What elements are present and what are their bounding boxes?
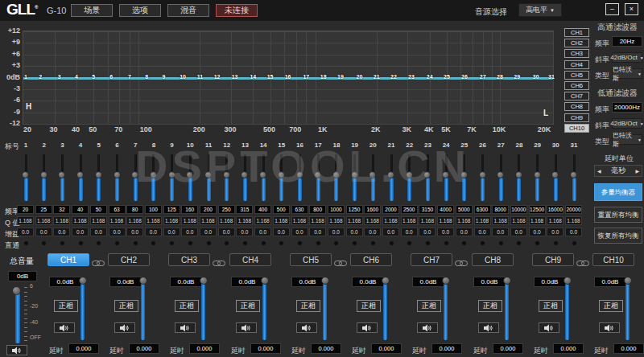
eq-point[interactable]: 26 <box>459 74 470 80</box>
channel-tab-ch4[interactable]: CH4 <box>229 253 271 266</box>
eq-point[interactable]: 3 <box>54 74 65 80</box>
band-slider-knob[interactable] <box>570 171 577 178</box>
eq-point[interactable]: 23 <box>406 74 417 80</box>
band-q-value[interactable]: 1.168 <box>346 216 363 225</box>
band-slider-knob[interactable] <box>114 171 121 178</box>
band-gain-value[interactable]: 0.0 <box>145 228 162 236</box>
band-gain-value[interactable]: 0.0 <box>254 228 271 236</box>
band-bypass-toggle[interactable] <box>279 240 284 246</box>
channel-gain-value[interactable]: 0.0dB <box>49 277 81 287</box>
band-bypass-toggle[interactable] <box>114 240 120 246</box>
band-bypass-toggle[interactable] <box>425 240 431 246</box>
channel-phase-button[interactable]: 正相 <box>478 300 502 312</box>
channel-column-button-ch6[interactable]: CH6 <box>564 81 589 90</box>
eq-point[interactable]: 15 <box>265 74 276 80</box>
band-slider-knob[interactable] <box>423 171 431 178</box>
band-bypass-toggle[interactable] <box>188 240 193 246</box>
band-q-value[interactable]: 1.168 <box>254 216 271 225</box>
band-slider-knob[interactable] <box>515 171 522 178</box>
band-slider-knob[interactable] <box>204 171 212 178</box>
eq-point[interactable]: 21 <box>371 74 382 80</box>
eq-point[interactable]: 19 <box>335 74 346 80</box>
eq-point[interactable]: 13 <box>229 74 241 80</box>
band-gain-value[interactable]: 0.0 <box>437 228 454 236</box>
band-bypass-toggle[interactable] <box>60 240 65 246</box>
hpf-type-dropdown[interactable]: 巴特沃斯 ▼ <box>612 68 642 79</box>
channel-delay-value[interactable]: 0.000 <box>68 343 99 354</box>
band-bypass-toggle[interactable] <box>461 240 467 246</box>
band-q-value[interactable]: 1.168 <box>291 216 308 225</box>
eq-point[interactable]: 17 <box>300 74 312 80</box>
band-bypass-toggle[interactable] <box>535 240 540 246</box>
channel-link-toggle[interactable] <box>576 256 591 264</box>
band-bypass-toggle[interactable] <box>297 240 303 246</box>
band-slider-knob[interactable] <box>168 171 175 178</box>
band-freq-value[interactable]: 25 <box>35 205 52 214</box>
scene-button[interactable]: 场景 <box>71 4 113 17</box>
band-bypass-toggle[interactable] <box>572 240 577 246</box>
band-freq-value[interactable]: 5000 <box>456 205 473 214</box>
hpf-marker[interactable]: H <box>26 102 31 111</box>
band-freq-value[interactable]: 2000 <box>382 205 399 214</box>
channel-delay-value[interactable]: 0.000 <box>311 343 341 354</box>
band-freq-value[interactable]: 500 <box>273 205 290 214</box>
options-button[interactable]: 选项 <box>119 4 161 17</box>
channel-delay-value[interactable]: 0.000 <box>493 343 523 354</box>
channel-gain-value[interactable]: 0.0dB <box>352 277 384 287</box>
band-gain-value[interactable]: 0.0 <box>181 228 198 236</box>
band-gain-value[interactable]: 0.0 <box>382 228 399 236</box>
channel-mute-button[interactable] <box>54 322 75 333</box>
band-gain-value[interactable]: 0.0 <box>218 228 235 236</box>
channel-column-button-ch5[interactable]: CH5 <box>564 71 589 80</box>
band-slider-knob[interactable] <box>534 171 541 178</box>
band-freq-value[interactable]: 800 <box>309 205 326 214</box>
band-bypass-toggle[interactable] <box>333 240 339 246</box>
channel-tab-ch8[interactable]: CH8 <box>472 253 514 266</box>
band-slider-knob[interactable] <box>22 171 29 178</box>
channel-column-button-ch7[interactable]: CH7 <box>564 92 589 101</box>
eq-point[interactable]: 4 <box>71 74 82 80</box>
channel-column-button-ch8[interactable]: CH8 <box>564 102 589 111</box>
channel-delay-value[interactable]: 0.000 <box>189 343 220 354</box>
eq-point[interactable]: 11 <box>194 74 205 80</box>
reset-all-eq-button[interactable]: 重置所有均衡 <box>594 207 642 223</box>
close-button[interactable]: × <box>625 3 638 15</box>
eq-point[interactable]: 27 <box>477 74 489 80</box>
band-gain-value[interactable]: 0.0 <box>346 228 363 236</box>
channel-fader-knob[interactable] <box>624 277 632 285</box>
band-bypass-toggle[interactable] <box>206 240 212 246</box>
channel-phase-button[interactable]: 正相 <box>236 300 260 312</box>
channel-link-toggle[interactable] <box>455 256 469 264</box>
band-bypass-toggle[interactable] <box>224 240 229 246</box>
band-q-value[interactable]: 1.168 <box>510 216 527 225</box>
channel-fader-knob[interactable] <box>139 277 147 285</box>
band-slider-knob[interactable] <box>406 171 413 178</box>
band-gain-value[interactable]: 0.0 <box>200 228 217 236</box>
band-bypass-toggle[interactable] <box>407 240 412 246</box>
band-gain-value[interactable]: 0.0 <box>236 228 253 236</box>
channel-phase-button[interactable]: 正相 <box>114 300 138 312</box>
channel-fader-knob[interactable] <box>442 277 450 285</box>
band-q-value[interactable]: 1.168 <box>53 216 70 225</box>
channel-fader-knob[interactable] <box>382 277 390 285</box>
channel-phase-button[interactable]: 正相 <box>599 300 623 312</box>
master-mute-button[interactable] <box>6 345 27 355</box>
band-slider-knob[interactable] <box>332 171 340 178</box>
parametric-eq-button[interactable]: 参量均衡器 <box>594 183 642 201</box>
eq-point[interactable]: 16 <box>283 74 294 80</box>
band-slider-knob[interactable] <box>95 171 102 178</box>
band-freq-value[interactable]: 63 <box>109 205 126 214</box>
band-q-value[interactable]: 1.168 <box>364 216 381 225</box>
channel-column-button-ch3[interactable]: CH3 <box>564 49 589 58</box>
band-q-value[interactable]: 1.168 <box>328 216 345 225</box>
channel-column-button-ch1[interactable]: CH1 <box>564 28 589 37</box>
band-freq-value[interactable]: 1250 <box>346 205 363 214</box>
eq-point[interactable]: 12 <box>212 74 223 80</box>
band-bypass-toggle[interactable] <box>370 240 376 246</box>
band-q-value[interactable]: 1.168 <box>126 216 143 225</box>
channel-tab-ch3[interactable]: CH3 <box>168 253 210 266</box>
channel-column-button-ch2[interactable]: CH2 <box>564 39 589 47</box>
channel-tab-ch2[interactable]: CH2 <box>108 253 150 266</box>
band-bypass-toggle[interactable] <box>41 240 47 246</box>
band-slider-knob[interactable] <box>58 171 65 178</box>
